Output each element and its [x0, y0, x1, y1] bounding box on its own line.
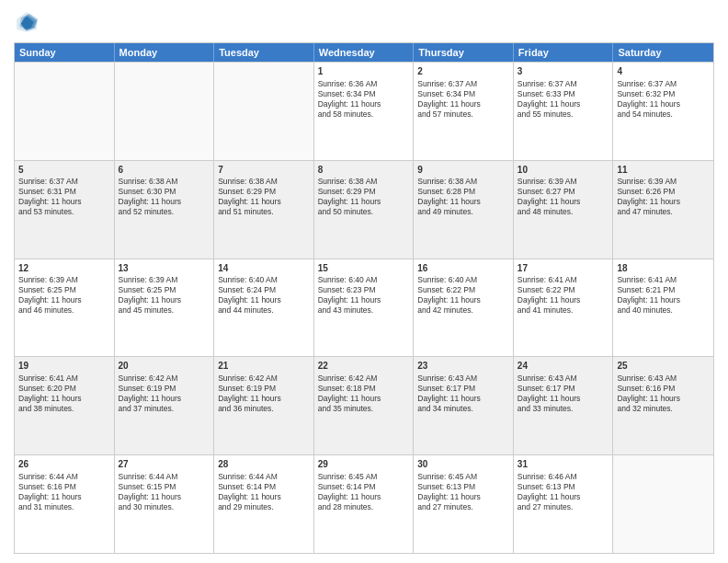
calendar-cell: 4Sunrise: 6:37 AM Sunset: 6:32 PM Daylig… — [613, 63, 713, 160]
calendar-cell — [214, 63, 314, 160]
day-number: 30 — [417, 458, 509, 471]
day-number: 10 — [518, 164, 609, 177]
day-number: 9 — [417, 164, 509, 177]
calendar-cell: 5Sunrise: 6:37 AM Sunset: 6:31 PM Daylig… — [15, 161, 115, 259]
day-number: 11 — [617, 164, 710, 177]
calendar-cell — [115, 63, 215, 160]
calendar-header-cell: Thursday — [414, 43, 514, 62]
calendar-cell: 17Sunrise: 6:41 AM Sunset: 6:22 PM Dayli… — [514, 259, 614, 357]
calendar-header-cell: Sunday — [15, 43, 115, 62]
calendar-cell: 9Sunrise: 6:38 AM Sunset: 6:28 PM Daylig… — [414, 161, 514, 259]
calendar: SundayMondayTuesdayWednesdayThursdayFrid… — [14, 42, 714, 554]
cell-info: Sunrise: 6:42 AM Sunset: 6:18 PM Dayligh… — [318, 373, 410, 414]
calendar-row: 5Sunrise: 6:37 AM Sunset: 6:31 PM Daylig… — [15, 160, 713, 259]
header — [14, 9, 714, 35]
page: SundayMondayTuesdayWednesdayThursdayFrid… — [0, 0, 728, 563]
day-number: 22 — [318, 360, 410, 373]
cell-info: Sunrise: 6:40 AM Sunset: 6:24 PM Dayligh… — [218, 275, 310, 316]
calendar-cell: 10Sunrise: 6:39 AM Sunset: 6:27 PM Dayli… — [514, 161, 614, 259]
cell-info: Sunrise: 6:41 AM Sunset: 6:22 PM Dayligh… — [518, 275, 609, 316]
day-number: 3 — [518, 65, 609, 78]
day-number: 17 — [518, 262, 609, 275]
cell-info: Sunrise: 6:44 AM Sunset: 6:16 PM Dayligh… — [18, 472, 110, 512]
day-number: 8 — [318, 164, 410, 177]
day-number: 28 — [218, 458, 310, 471]
calendar-header: SundayMondayTuesdayWednesdayThursdayFrid… — [15, 43, 713, 62]
calendar-header-cell: Wednesday — [314, 43, 415, 62]
calendar-header-cell: Monday — [115, 43, 215, 62]
calendar-cell: 26Sunrise: 6:44 AM Sunset: 6:16 PM Dayli… — [15, 455, 115, 553]
calendar-cell: 11Sunrise: 6:39 AM Sunset: 6:26 PM Dayli… — [613, 161, 713, 259]
day-number: 1 — [318, 65, 410, 78]
calendar-cell: 23Sunrise: 6:43 AM Sunset: 6:17 PM Dayli… — [414, 357, 514, 454]
cell-info: Sunrise: 6:40 AM Sunset: 6:22 PM Dayligh… — [417, 275, 509, 316]
cell-info: Sunrise: 6:43 AM Sunset: 6:17 PM Dayligh… — [417, 373, 509, 414]
cell-info: Sunrise: 6:44 AM Sunset: 6:14 PM Dayligh… — [218, 472, 310, 512]
cell-info: Sunrise: 6:36 AM Sunset: 6:34 PM Dayligh… — [318, 79, 410, 120]
calendar-cell: 28Sunrise: 6:44 AM Sunset: 6:14 PM Dayli… — [214, 455, 314, 553]
cell-info: Sunrise: 6:41 AM Sunset: 6:21 PM Dayligh… — [617, 275, 710, 316]
calendar-cell: 14Sunrise: 6:40 AM Sunset: 6:24 PM Dayli… — [214, 259, 314, 357]
day-number: 20 — [119, 360, 210, 373]
cell-info: Sunrise: 6:46 AM Sunset: 6:13 PM Dayligh… — [518, 472, 609, 512]
day-number: 2 — [417, 65, 509, 78]
calendar-row: 19Sunrise: 6:41 AM Sunset: 6:20 PM Dayli… — [15, 356, 713, 454]
calendar-cell: 15Sunrise: 6:40 AM Sunset: 6:23 PM Dayli… — [314, 259, 415, 357]
day-number: 18 — [617, 262, 710, 275]
cell-info: Sunrise: 6:40 AM Sunset: 6:23 PM Dayligh… — [318, 275, 410, 316]
cell-info: Sunrise: 6:38 AM Sunset: 6:29 PM Dayligh… — [218, 177, 310, 217]
day-number: 23 — [417, 360, 509, 373]
cell-info: Sunrise: 6:38 AM Sunset: 6:29 PM Dayligh… — [318, 177, 410, 217]
calendar-header-cell: Friday — [514, 43, 614, 62]
calendar-cell: 24Sunrise: 6:43 AM Sunset: 6:17 PM Dayli… — [514, 357, 614, 454]
day-number: 24 — [518, 360, 609, 373]
day-number: 6 — [119, 164, 210, 177]
cell-info: Sunrise: 6:37 AM Sunset: 6:31 PM Dayligh… — [18, 177, 110, 217]
day-number: 16 — [417, 262, 509, 275]
cell-info: Sunrise: 6:41 AM Sunset: 6:20 PM Dayligh… — [18, 373, 110, 414]
cell-info: Sunrise: 6:43 AM Sunset: 6:17 PM Dayligh… — [518, 373, 609, 414]
cell-info: Sunrise: 6:45 AM Sunset: 6:14 PM Dayligh… — [318, 472, 410, 512]
calendar-cell — [613, 455, 713, 553]
cell-info: Sunrise: 6:42 AM Sunset: 6:19 PM Dayligh… — [218, 373, 310, 414]
cell-info: Sunrise: 6:38 AM Sunset: 6:30 PM Dayligh… — [119, 177, 210, 217]
calendar-cell: 31Sunrise: 6:46 AM Sunset: 6:13 PM Dayli… — [514, 455, 614, 553]
day-number: 27 — [119, 458, 210, 471]
cell-info: Sunrise: 6:42 AM Sunset: 6:19 PM Dayligh… — [119, 373, 210, 414]
day-number: 13 — [119, 262, 210, 275]
calendar-cell: 3Sunrise: 6:37 AM Sunset: 6:33 PM Daylig… — [514, 63, 614, 160]
calendar-cell: 1Sunrise: 6:36 AM Sunset: 6:34 PM Daylig… — [314, 63, 415, 160]
day-number: 19 — [18, 360, 110, 373]
calendar-cell: 12Sunrise: 6:39 AM Sunset: 6:25 PM Dayli… — [15, 259, 115, 357]
day-number: 21 — [218, 360, 310, 373]
calendar-cell: 6Sunrise: 6:38 AM Sunset: 6:30 PM Daylig… — [115, 161, 215, 259]
calendar-cell: 27Sunrise: 6:44 AM Sunset: 6:15 PM Dayli… — [115, 455, 215, 553]
day-number: 14 — [218, 262, 310, 275]
cell-info: Sunrise: 6:45 AM Sunset: 6:13 PM Dayligh… — [417, 472, 509, 512]
logo — [14, 9, 43, 35]
logo-icon — [14, 9, 40, 35]
calendar-body: 1Sunrise: 6:36 AM Sunset: 6:34 PM Daylig… — [15, 62, 713, 553]
calendar-cell: 19Sunrise: 6:41 AM Sunset: 6:20 PM Dayli… — [15, 357, 115, 454]
calendar-cell: 22Sunrise: 6:42 AM Sunset: 6:18 PM Dayli… — [314, 357, 415, 454]
day-number: 29 — [318, 458, 410, 471]
day-number: 12 — [18, 262, 110, 275]
calendar-cell: 13Sunrise: 6:39 AM Sunset: 6:25 PM Dayli… — [115, 259, 215, 357]
calendar-row: 12Sunrise: 6:39 AM Sunset: 6:25 PM Dayli… — [15, 259, 713, 357]
calendar-header-cell: Saturday — [613, 43, 713, 62]
calendar-cell: 18Sunrise: 6:41 AM Sunset: 6:21 PM Dayli… — [613, 259, 713, 357]
calendar-row: 26Sunrise: 6:44 AM Sunset: 6:16 PM Dayli… — [15, 454, 713, 553]
calendar-row: 1Sunrise: 6:36 AM Sunset: 6:34 PM Daylig… — [15, 62, 713, 160]
calendar-cell: 2Sunrise: 6:37 AM Sunset: 6:34 PM Daylig… — [414, 63, 514, 160]
calendar-cell: 30Sunrise: 6:45 AM Sunset: 6:13 PM Dayli… — [414, 455, 514, 553]
day-number: 4 — [617, 65, 710, 78]
cell-info: Sunrise: 6:37 AM Sunset: 6:34 PM Dayligh… — [417, 79, 509, 120]
cell-info: Sunrise: 6:38 AM Sunset: 6:28 PM Dayligh… — [417, 177, 509, 217]
calendar-cell: 29Sunrise: 6:45 AM Sunset: 6:14 PM Dayli… — [314, 455, 415, 553]
calendar-cell: 7Sunrise: 6:38 AM Sunset: 6:29 PM Daylig… — [214, 161, 314, 259]
calendar-header-cell: Tuesday — [214, 43, 314, 62]
cell-info: Sunrise: 6:39 AM Sunset: 6:25 PM Dayligh… — [119, 275, 210, 316]
day-number: 31 — [518, 458, 609, 471]
cell-info: Sunrise: 6:39 AM Sunset: 6:27 PM Dayligh… — [518, 177, 609, 217]
calendar-cell: 20Sunrise: 6:42 AM Sunset: 6:19 PM Dayli… — [115, 357, 215, 454]
